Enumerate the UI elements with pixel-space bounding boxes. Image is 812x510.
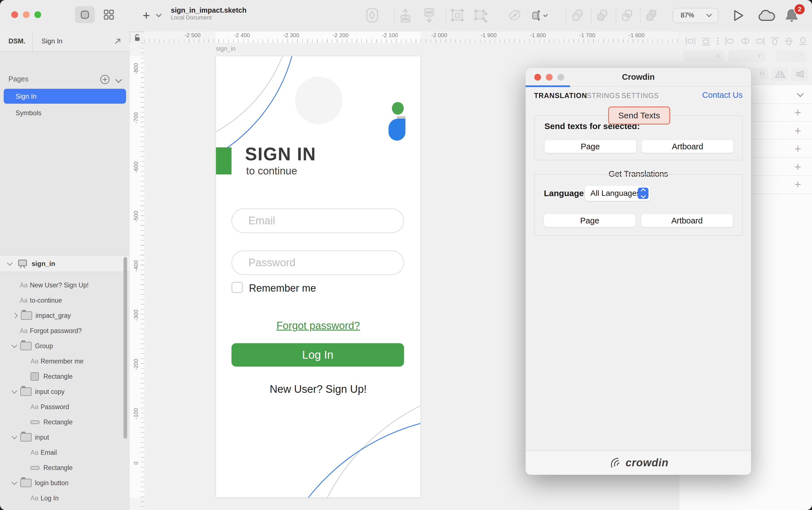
tab-translation[interactable]: TRANSLATION xyxy=(534,92,587,100)
sidebar-scrollbar[interactable] xyxy=(123,257,127,439)
layer-row-group[interactable]: input xyxy=(0,430,126,445)
layer-row-artboard[interactable]: sign_in xyxy=(0,255,129,272)
boolean-intersect-button[interactable] xyxy=(619,7,635,23)
layer-row-text[interactable]: Aato-continue xyxy=(0,293,126,308)
section-chevron-icon[interactable] xyxy=(797,90,804,97)
close-button[interactable] xyxy=(11,11,18,18)
layer-row-group[interactable]: login button xyxy=(0,475,126,490)
tab-strings[interactable]: STRINGS xyxy=(587,92,620,100)
page-item-sign-in[interactable]: Sign In xyxy=(4,89,126,104)
email-field[interactable]: Email xyxy=(231,209,404,233)
y-position-field[interactable]: Y xyxy=(728,50,765,62)
layer-row-group[interactable]: input copy xyxy=(0,384,126,399)
ruler-lock-icon[interactable] xyxy=(133,33,142,42)
alignment-icons-row[interactable] xyxy=(685,36,809,46)
folder-icon xyxy=(20,433,32,442)
layer-row-text[interactable]: AaRemember me xyxy=(0,354,126,369)
distance-tool-button[interactable] xyxy=(364,7,380,23)
grid-view-button[interactable] xyxy=(100,6,117,23)
layer-row-text[interactable]: AaForgot password? xyxy=(0,323,126,338)
insert-button[interactable]: + xyxy=(143,8,150,23)
artboard[interactable]: SIGN IN to continue Email Password Remem… xyxy=(216,56,420,497)
align-right-icon xyxy=(757,37,764,45)
get-page-button[interactable]: Page xyxy=(544,214,636,227)
layer-row-shape[interactable]: Rectangle xyxy=(0,369,126,384)
boolean-union-button[interactable] xyxy=(570,7,585,23)
toolbar: + sign_in_impact.sketch Local Document xyxy=(0,0,812,32)
sign-up-link[interactable]: New User? Sign Up! xyxy=(216,383,420,395)
add-shadow-button[interactable]: + xyxy=(794,160,812,173)
forgot-password-link[interactable]: Forgot password? xyxy=(216,320,420,332)
add-fill-button[interactable]: + xyxy=(794,124,812,137)
flip-horizontal-icon xyxy=(775,69,786,79)
layer-row-text[interactable]: AaNew User? Sign Up! xyxy=(0,277,126,293)
progress-indicator xyxy=(526,85,570,87)
send-artboard-button[interactable]: Artboard xyxy=(642,140,733,153)
canvas-view-button[interactable] xyxy=(75,6,95,23)
chevron-down-icon[interactable] xyxy=(11,479,17,485)
toolbar-separator xyxy=(640,8,641,23)
rotation-field[interactable]: ° xyxy=(776,50,806,62)
layer-row-group[interactable]: Group xyxy=(0,338,126,354)
layer-row-text[interactable]: AaLog In xyxy=(0,490,126,506)
contact-us-link[interactable]: Contact Us xyxy=(702,90,743,100)
layer-row-text[interactable]: AaPassword xyxy=(0,399,126,415)
flip-horizontal-button[interactable] xyxy=(772,67,789,81)
cloud-sync-button[interactable] xyxy=(757,9,775,23)
preview-button[interactable] xyxy=(732,8,745,24)
remember-me-checkbox[interactable] xyxy=(231,282,243,293)
ungroup-button[interactable] xyxy=(473,7,489,23)
tab-dsm[interactable]: DSM. xyxy=(8,37,25,45)
minimize-button[interactable] xyxy=(23,11,30,18)
add-blur-button[interactable]: + xyxy=(794,178,812,191)
add-style-button[interactable]: + xyxy=(794,106,812,119)
chevron-right-icon[interactable] xyxy=(12,313,18,319)
layer-row-text[interactable]: AaEmail xyxy=(0,445,126,460)
insert-chevron-icon[interactable] xyxy=(156,11,162,17)
chevron-down-icon[interactable] xyxy=(11,342,17,348)
pages-collapse-chevron-icon[interactable] xyxy=(115,76,122,83)
add-border-button[interactable]: + xyxy=(794,143,812,155)
x-position-field[interactable]: X xyxy=(683,50,724,62)
ruler-label: -2 400 xyxy=(234,32,250,39)
group-button[interactable] xyxy=(450,7,465,23)
toolbar-separator xyxy=(394,8,395,23)
send-page-button[interactable]: Page xyxy=(545,140,636,153)
app-logo xyxy=(295,77,343,124)
zoom-level-control[interactable]: 87% xyxy=(673,8,718,23)
send-texts-button[interactable]: Send Texts xyxy=(608,107,670,124)
tab-settings[interactable]: SETTINGS xyxy=(621,92,659,100)
layer-row-shape[interactable]: Rectangle xyxy=(0,460,126,475)
external-link-icon[interactable] xyxy=(114,38,121,45)
layer-row-group[interactable]: impact_gray xyxy=(0,308,126,323)
send-backward-button[interactable] xyxy=(421,7,437,23)
frame-tool-button[interactable] xyxy=(531,7,547,23)
layer-row-shape[interactable]: Rectangle xyxy=(0,415,126,430)
bring-forward-button[interactable] xyxy=(398,7,413,23)
zoom-window-button[interactable] xyxy=(34,11,41,18)
rounded-rectangle-icon xyxy=(30,466,39,470)
chevron-down-icon[interactable] xyxy=(7,260,13,266)
zoom-level-value: 87% xyxy=(680,11,694,19)
artboard-title[interactable]: sign_in xyxy=(216,45,236,52)
chevron-down-icon[interactable] xyxy=(11,433,17,439)
pages-header: Pages xyxy=(0,73,130,86)
language-dropdown[interactable]: All Languages xyxy=(585,186,650,201)
add-page-icon[interactable] xyxy=(99,74,111,85)
boolean-difference-button[interactable] xyxy=(643,7,659,23)
tab-sign-in[interactable]: Sign In xyxy=(41,37,63,45)
chevron-down-icon[interactable] xyxy=(11,388,17,394)
artboard-icon xyxy=(17,259,28,269)
password-field[interactable]: Password xyxy=(231,250,404,275)
ruler-label: -1 700 xyxy=(579,32,596,39)
flip-vertical-button[interactable] xyxy=(791,67,808,81)
log-in-button[interactable]: Log In xyxy=(231,343,404,367)
email-placeholder: Email xyxy=(249,215,275,227)
page-item-symbols[interactable]: Symbols xyxy=(4,106,126,120)
boolean-subtract-button[interactable] xyxy=(594,7,610,23)
get-artboard-button[interactable]: Artboard xyxy=(641,214,733,227)
toolbar-separator xyxy=(445,8,446,23)
ruler-label: -1 600 xyxy=(629,32,645,39)
edit-shape-button[interactable] xyxy=(507,7,523,23)
distribute-vertical-icon xyxy=(702,38,710,45)
